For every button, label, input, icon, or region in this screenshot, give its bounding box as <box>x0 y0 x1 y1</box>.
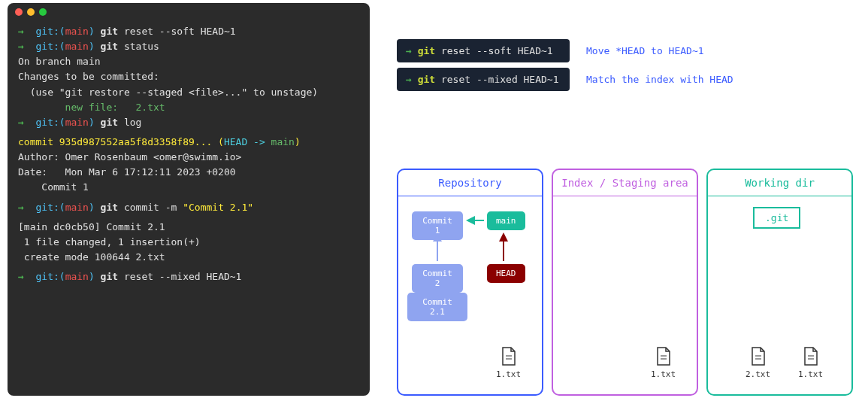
arrow-icon: → <box>406 45 412 56</box>
git-keyword: git <box>418 74 435 85</box>
close-icon[interactable] <box>15 8 23 16</box>
terminal-output: → git:(main) git reset --soft HEAD~1→ gi… <box>8 21 370 287</box>
git-folder: .git <box>753 207 800 229</box>
git-keyword: git <box>418 45 435 56</box>
minimize-icon[interactable] <box>27 8 35 16</box>
panel-title: Working dir <box>708 170 851 196</box>
maximize-icon[interactable] <box>39 8 47 16</box>
command-args: reset --soft HEAD~1 <box>435 45 553 56</box>
panel-title: Index / Staging area <box>553 170 697 196</box>
command-example-1: → git reset --soft HEAD~1 <box>397 39 570 62</box>
commit-1: Commit 1 <box>412 211 463 240</box>
command-args: reset --mixed HEAD~1 <box>435 74 558 85</box>
file-1-txt: 1.txt <box>651 347 676 379</box>
terminal-window: → git:(main) git reset --soft HEAD~1→ gi… <box>8 3 370 396</box>
file-2-txt: 2.txt <box>746 347 770 379</box>
head-pointer: HEAD <box>487 264 525 283</box>
file-1-txt: 1.txt <box>798 347 823 379</box>
window-titlebar <box>8 3 370 21</box>
file-1-txt: 1.txt <box>496 347 521 379</box>
main-branch: main <box>487 211 525 230</box>
commit-2: Commit 2 <box>412 264 463 293</box>
working-dir-panel: Working dir .git 2.txt 1.txt <box>706 169 853 396</box>
commit-2-1: Commit 2.1 <box>407 293 467 321</box>
panel-title: Repository <box>398 170 542 196</box>
index-panel: Index / Staging area 1.txt <box>552 169 698 396</box>
repository-panel: Repository Commit 1 main Commit 2 HEAD C… <box>397 169 543 396</box>
command-explanation-1: Move *HEAD to HEAD~1 <box>586 45 704 56</box>
arrow-icon: → <box>406 74 412 85</box>
command-example-2: → git reset --mixed HEAD~1 <box>397 68 570 91</box>
command-explanation-2: Match the index with HEAD <box>586 74 733 85</box>
